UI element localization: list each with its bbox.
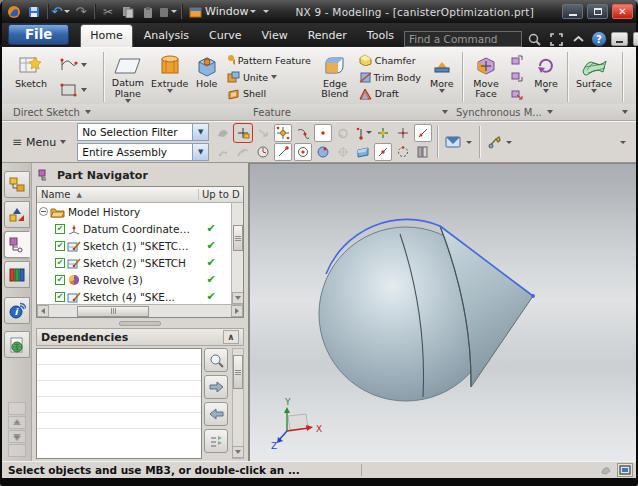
edge-blend-button[interactable]: Edge Blend — [315, 51, 355, 103]
sync-tool-1-button[interactable] — [508, 52, 526, 69]
point-on-curve-2-icon[interactable] — [294, 124, 312, 142]
chamfer-button[interactable]: Chamfer — [357, 52, 423, 69]
draft-button[interactable]: Draft — [357, 85, 423, 102]
scroll-right-icon[interactable] — [231, 305, 243, 317]
end-point-icon[interactable] — [274, 143, 292, 161]
datum-plane-button[interactable]: Datum Plane — [107, 51, 149, 103]
toolbar-overflow-icon[interactable] — [263, 10, 269, 13]
tree-row-sketch-1[interactable]: ✔ Sketch (1) "SKETCH... ✔ — [37, 237, 231, 254]
tree-row-sketch-2[interactable]: ✔ Sketch (2) "SKETCH ✔ — [37, 254, 231, 271]
tree-horizontal-scrollbar[interactable] — [37, 304, 243, 317]
rotate-point-icon[interactable] — [334, 124, 352, 142]
scroll-up-button[interactable] — [8, 416, 26, 429]
menu-button[interactable]: ≡ Menu — [6, 132, 72, 152]
close-button[interactable]: ✕ — [612, 4, 633, 19]
tree-vertical-scrollbar[interactable] — [231, 203, 243, 304]
clock-point-icon[interactable] — [254, 143, 272, 161]
expander-icon[interactable] — [39, 207, 48, 216]
snap-midpoint-icon[interactable] — [214, 143, 232, 161]
graphics-viewport[interactable]: Y X Z — [250, 163, 636, 461]
circle-dashed-icon[interactable] — [394, 143, 412, 161]
selection-filter-combo[interactable]: No Selection Filter ▼ — [77, 123, 209, 141]
tab-curve[interactable]: Curve — [200, 25, 250, 47]
more-feature-button[interactable]: More — [425, 51, 459, 103]
undo-button[interactable]: ↶ — [52, 3, 70, 20]
file-menu-button[interactable]: File — [8, 24, 69, 45]
create-point-icon[interactable] — [234, 124, 252, 142]
tab-view[interactable]: View — [253, 25, 297, 47]
save-button[interactable] — [25, 3, 43, 20]
direct-sketch-group-label[interactable]: Direct Sketch — [2, 107, 102, 118]
scrollbar-thumb[interactable] — [77, 306, 149, 317]
fullscreen-icon[interactable] — [548, 31, 566, 47]
feature-gallery-icon[interactable] — [442, 110, 448, 114]
redo-button[interactable]: ↷ — [72, 3, 90, 20]
trim-body-button[interactable]: Trim Body — [357, 69, 423, 86]
column-up-to-date[interactable]: Up to D — [199, 189, 243, 200]
checkbox-checked-icon[interactable]: ✔ — [55, 241, 65, 251]
tree-row-datum-csys[interactable]: ✔ Datum Coordinate ... ✔ — [37, 220, 231, 237]
show-hide-button[interactable] — [443, 133, 474, 151]
quadrant-point-icon[interactable] — [334, 143, 352, 161]
mid-point-icon[interactable] — [374, 143, 392, 161]
tree-row-sketch-4[interactable]: ✔ Sketch (4) "SKE... ✔ — [37, 288, 231, 304]
combo-dropdown-icon[interactable]: ▼ — [192, 124, 208, 140]
cut-button[interactable]: ✂ — [99, 3, 117, 20]
pattern-feature-button[interactable]: Pattern Feature — [225, 52, 313, 69]
sphere-point-icon[interactable] — [314, 143, 332, 161]
unite-button[interactable]: Unite — [225, 69, 313, 86]
tree-row-revolve[interactable]: ✔ Revolve (3) ✔ — [37, 271, 231, 288]
window-menu-button[interactable]: Window — [186, 3, 259, 20]
checkbox-checked-icon[interactable]: ✔ — [55, 275, 65, 285]
scroll-left-icon[interactable] — [37, 305, 49, 317]
help-icon[interactable]: ? — [592, 32, 606, 46]
hd3d-tools-tab[interactable]: i — [4, 297, 30, 324]
checkbox-checked-icon[interactable]: ✔ — [55, 224, 65, 234]
part-navigator-tab[interactable] — [4, 231, 30, 258]
collapse-section-icon[interactable]: ∧ — [223, 330, 239, 344]
tab-home[interactable]: Home — [80, 24, 132, 47]
point-dialog-icon[interactable] — [274, 124, 292, 142]
surface-button[interactable]: Surface — [571, 51, 617, 103]
dependencies-header[interactable]: Dependencies ∧ — [36, 328, 244, 346]
selection-scope-combo[interactable]: Entire Assembly ▼ — [77, 143, 209, 161]
sync-tool-2-button[interactable] — [508, 69, 526, 86]
tab-analysis[interactable]: Analysis — [135, 25, 198, 47]
book-snap-icon[interactable] — [414, 143, 432, 161]
clipboard-menu-button[interactable] — [159, 3, 177, 20]
tab-render[interactable]: Render — [299, 25, 356, 47]
point-on-curve-icon[interactable] — [234, 143, 252, 161]
doc-restore-button[interactable] — [633, 32, 638, 46]
tangent-point-icon[interactable] — [414, 124, 432, 142]
snap-arrow-icon[interactable] — [254, 124, 272, 142]
dependencies-forward-button[interactable] — [204, 375, 228, 399]
bounded-plane-icon[interactable] — [354, 143, 372, 161]
find-command-input[interactable] — [404, 31, 522, 47]
sketch-rectangle-button[interactable] — [58, 81, 89, 98]
scroll-down-icon[interactable] — [232, 446, 244, 458]
doc-minimize-button[interactable] — [611, 32, 628, 46]
customize-button[interactable] — [485, 133, 514, 151]
scrollbar-thumb[interactable] — [233, 355, 243, 389]
paste-button[interactable] — [139, 3, 157, 20]
copy-button[interactable] — [119, 3, 137, 20]
scroll-down-icon[interactable] — [232, 292, 244, 304]
history-tab[interactable] — [4, 331, 30, 358]
wcs-triad[interactable]: Y X Z — [271, 397, 322, 451]
ribbon-overflow-icon[interactable] — [622, 110, 628, 114]
temperature-point-icon[interactable] — [354, 124, 372, 142]
tab-tools[interactable]: Tools — [358, 25, 403, 47]
canister-model[interactable]: Y X Z — [250, 164, 636, 461]
extrude-button[interactable]: Extrude — [149, 51, 191, 103]
checkbox-checked-icon[interactable]: ✔ — [55, 292, 65, 302]
shell-button[interactable]: Shell — [225, 85, 313, 102]
move-snap-icon[interactable] — [374, 124, 392, 142]
apex-vertex[interactable] — [531, 294, 535, 298]
column-name[interactable]: Name ▲ — [37, 189, 199, 200]
intersection-point-icon[interactable] — [394, 124, 412, 142]
snap-enable-icon[interactable] — [214, 124, 232, 142]
dependencies-back-button[interactable] — [204, 402, 228, 426]
tree-row-model-history[interactable]: Model History — [37, 203, 231, 220]
status-tool-icon[interactable] — [598, 463, 614, 477]
maximize-button[interactable] — [587, 4, 608, 19]
